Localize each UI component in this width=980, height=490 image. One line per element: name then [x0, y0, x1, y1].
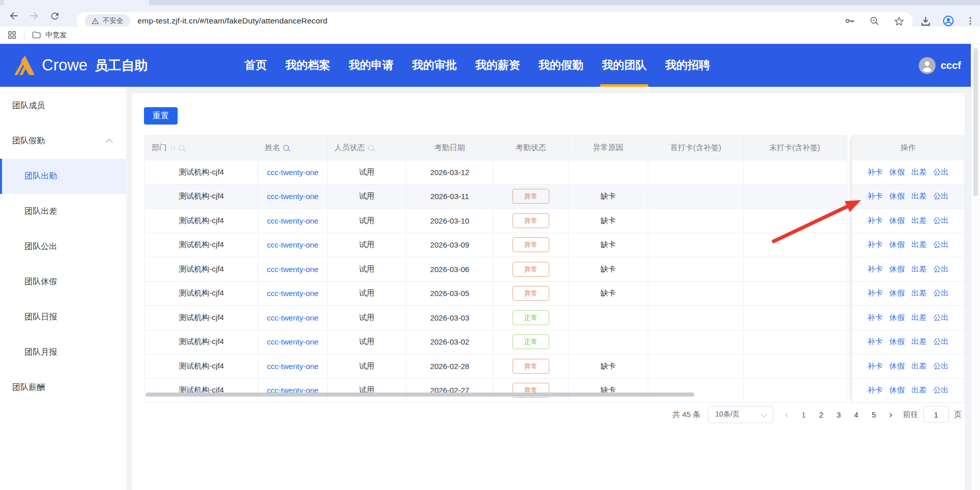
col-staff-status[interactable]: 人员状态 [328, 136, 406, 160]
action-leave[interactable]: 休假 [890, 288, 905, 298]
action-outing[interactable]: 公出 [934, 191, 949, 201]
action-repunch[interactable]: 补卡 [868, 385, 883, 395]
page-5[interactable]: 5 [872, 410, 876, 419]
nav-my-requests[interactable]: 我的申请 [348, 44, 394, 87]
action-repunch[interactable]: 补卡 [868, 313, 883, 323]
action-repunch[interactable]: 补卡 [868, 240, 883, 250]
action-outing[interactable]: 公出 [934, 264, 949, 274]
sidebar-item-team-attendance[interactable]: 团队出勤 [0, 159, 126, 194]
nav-my-approvals[interactable]: 我的审批 [411, 44, 457, 87]
action-repunch[interactable]: 补卡 [868, 337, 883, 347]
action-business-trip[interactable]: 出差 [912, 264, 927, 274]
action-repunch[interactable]: 补卡 [868, 167, 883, 177]
page-3[interactable]: 3 [837, 410, 841, 419]
employee-name-link[interactable]: ccc-twenty-one [267, 216, 318, 225]
nav-my-salary[interactable]: 我的薪资 [475, 44, 521, 87]
prev-page-button[interactable]: ‹ [785, 409, 788, 420]
action-repunch[interactable]: 补卡 [868, 216, 883, 226]
action-outing[interactable]: 公出 [934, 216, 949, 226]
sidebar-item-team-monthly-report[interactable]: 团队月报 [0, 335, 126, 370]
action-business-trip[interactable]: 出差 [912, 288, 927, 298]
zoom-out-icon[interactable] [869, 16, 880, 27]
action-outing[interactable]: 公出 [934, 288, 949, 298]
reset-button[interactable]: 重置 [144, 107, 178, 125]
refresh-icon[interactable] [46, 5, 63, 27]
action-outing[interactable]: 公出 [934, 313, 949, 323]
action-business-trip[interactable]: 出差 [912, 313, 927, 323]
brand-box[interactable]: Crowe 员工自助 [12, 44, 148, 87]
sidebar-item-team-outing[interactable]: 团队公出 [0, 229, 126, 264]
action-repunch[interactable]: 补卡 [868, 264, 883, 274]
active-tab[interactable] [4, 0, 149, 5]
search-icon-active[interactable] [283, 145, 289, 151]
horizontal-scrollbar-thumb[interactable] [145, 393, 694, 397]
nav-my-attendance[interactable]: 我的假勤 [538, 44, 584, 87]
employee-name-link[interactable]: ccc-twenty-one [267, 240, 318, 249]
key-icon[interactable] [844, 15, 855, 27]
profile-icon[interactable] [942, 15, 954, 27]
sidebar-item-team-attendance-group[interactable]: 团队假勤 [0, 124, 126, 159]
action-leave[interactable]: 休假 [890, 264, 905, 274]
security-chip[interactable]: 不安全 [85, 14, 130, 28]
forward-icon[interactable] [26, 5, 43, 27]
nav-my-recruitment[interactable]: 我的招聘 [665, 44, 710, 87]
action-leave[interactable]: 休假 [890, 216, 905, 226]
page-2[interactable]: 2 [819, 410, 823, 419]
back-icon[interactable] [5, 5, 22, 27]
employee-name-link[interactable]: ccc-twenty-one [267, 192, 318, 201]
goto-page-input[interactable] [923, 406, 949, 423]
action-leave[interactable]: 休假 [890, 337, 905, 347]
nav-my-profile[interactable]: 我的档案 [285, 44, 331, 87]
sidebar-item-team-leave[interactable]: 团队休假 [0, 264, 126, 300]
action-outing[interactable]: 公出 [934, 167, 949, 177]
action-business-trip[interactable]: 出差 [912, 337, 927, 347]
employee-name-link[interactable]: ccc-twenty-one [267, 168, 318, 177]
download-icon[interactable] [920, 15, 932, 27]
search-icon[interactable] [179, 145, 184, 151]
employee-name-link[interactable]: ccc-twenty-one [267, 362, 318, 371]
action-repunch[interactable]: 补卡 [868, 191, 883, 201]
action-leave[interactable]: 休假 [890, 385, 905, 395]
action-outing[interactable]: 公出 [934, 361, 949, 371]
employee-name-link[interactable]: ccc-twenty-one [267, 289, 318, 298]
action-outing[interactable]: 公出 [934, 337, 949, 347]
action-business-trip[interactable]: 出差 [912, 361, 927, 371]
action-business-trip[interactable]: 出差 [912, 216, 927, 226]
action-leave[interactable]: 休假 [890, 361, 905, 371]
col-name[interactable]: 姓名 [258, 136, 328, 160]
action-leave[interactable]: 休假 [890, 167, 905, 177]
nav-my-team[interactable]: 我的团队 [601, 44, 647, 87]
action-business-trip[interactable]: 出差 [912, 191, 927, 201]
action-business-trip[interactable]: 出差 [912, 167, 927, 177]
apps-grid-icon[interactable] [7, 30, 17, 40]
bookmark-item[interactable]: 中竞发 [45, 31, 67, 40]
sort-icons[interactable]: ↓↑ [170, 144, 176, 152]
col-department[interactable]: 部门 ↓↑ [145, 136, 258, 160]
action-outing[interactable]: 公出 [934, 385, 949, 395]
employee-name-link[interactable]: ccc-twenty-one [267, 337, 318, 346]
action-outing[interactable]: 公出 [934, 240, 949, 250]
user-box[interactable]: cccf [919, 44, 961, 87]
nav-home[interactable]: 首页 [244, 44, 267, 87]
sidebar-item-team-daily-report[interactable]: 团队日报 [0, 300, 126, 335]
action-business-trip[interactable]: 出差 [912, 240, 927, 250]
vertical-scrollbar-thumb[interactable] [973, 48, 978, 196]
star-icon[interactable] [894, 16, 904, 27]
page-size-select[interactable]: 10条/页 [708, 406, 773, 423]
sidebar-item-team-business-trip[interactable]: 团队出差 [0, 194, 126, 229]
employee-name-link[interactable]: ccc-twenty-one [267, 265, 318, 274]
employee-name-link[interactable]: ccc-twenty-one [267, 313, 318, 322]
search-icon[interactable] [368, 145, 374, 151]
next-page-button[interactable]: › [889, 409, 892, 420]
action-business-trip[interactable]: 出差 [912, 385, 927, 395]
action-leave[interactable]: 休假 [890, 313, 905, 323]
sidebar-item-team-members[interactable]: 团队成员 [0, 88, 126, 124]
action-repunch[interactable]: 补卡 [868, 288, 883, 298]
sidebar-item-team-salary[interactable]: 团队薪酬 [0, 370, 126, 405]
action-leave[interactable]: 休假 [890, 191, 905, 201]
action-repunch[interactable]: 补卡 [868, 361, 883, 371]
menu-icon[interactable] [965, 16, 975, 26]
action-leave[interactable]: 休假 [890, 240, 905, 250]
page-4[interactable]: 4 [854, 410, 858, 419]
page-1[interactable]: 1 [801, 410, 805, 419]
